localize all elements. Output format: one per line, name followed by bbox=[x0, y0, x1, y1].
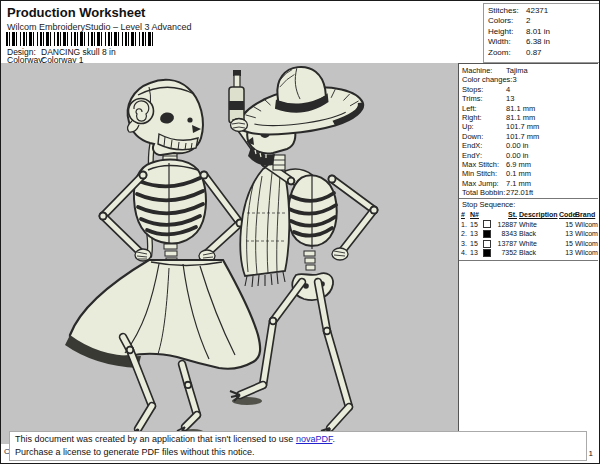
novapdf-link[interactable]: novaPDF bbox=[296, 434, 333, 444]
notice-text-before: This document was created by an applicat… bbox=[15, 434, 296, 444]
colors-value: 2 bbox=[526, 16, 530, 26]
cell-n: 13 bbox=[470, 248, 483, 258]
min-stitch-value: 0.1 mm bbox=[506, 169, 531, 178]
cell-description: Black bbox=[519, 248, 559, 258]
cell-brand: Wilcom bbox=[575, 239, 597, 249]
max-stitch-value: 6.9 mm bbox=[506, 160, 531, 169]
cell-st: 13787 bbox=[493, 239, 519, 249]
cell-num: 2. bbox=[461, 229, 470, 239]
width-value: 6.38 in bbox=[526, 37, 550, 47]
col-n: N# bbox=[470, 210, 483, 220]
design-preview-area bbox=[1, 63, 458, 444]
male-skeleton bbox=[229, 63, 379, 437]
divider-line bbox=[459, 198, 598, 199]
cell-brand: Wilcom bbox=[575, 229, 597, 239]
cell-num: 1. bbox=[461, 220, 470, 230]
cell-st: 7352 bbox=[493, 248, 519, 258]
height-value: 8.01 in bbox=[526, 27, 550, 37]
production-worksheet-page: Production Worksheet Wilcom EmbroiderySt… bbox=[0, 0, 600, 464]
cell-code: 15 bbox=[559, 220, 575, 230]
sombrero bbox=[233, 63, 366, 139]
right-value: 81.1 mm bbox=[506, 113, 535, 122]
license-notice-line1: This document was created by an applicat… bbox=[15, 433, 581, 446]
max-jump-value: 7.1 mm bbox=[506, 179, 531, 188]
cell-num: 3. bbox=[461, 239, 470, 249]
notice-text-after: . bbox=[332, 434, 335, 444]
col-code: Code bbox=[559, 210, 575, 220]
colors-label: Colors: bbox=[488, 16, 526, 26]
cell-st: 12887 bbox=[493, 220, 519, 230]
min-stitch-label: Min Stitch: bbox=[462, 169, 506, 178]
license-notice-line2: Purchase a license to generate PDF files… bbox=[15, 446, 581, 459]
cell-st: 8343 bbox=[493, 229, 519, 239]
left-label: Left: bbox=[462, 104, 506, 113]
stitches-value: 42371 bbox=[526, 6, 548, 16]
cell-brand: Wilcom bbox=[575, 220, 597, 230]
cell-n: 15 bbox=[470, 239, 483, 249]
machine-value: Tajima bbox=[506, 66, 528, 75]
col-st: St. bbox=[493, 210, 519, 220]
cell-code: 13 bbox=[559, 248, 575, 258]
female-skeleton bbox=[65, 80, 260, 439]
cell-code: 15 bbox=[559, 239, 575, 249]
thread-color-swatch bbox=[483, 240, 491, 248]
up-label: Up: bbox=[462, 122, 506, 131]
cell-n: 15 bbox=[470, 220, 483, 230]
col-description: Description bbox=[519, 210, 559, 220]
stop-sequence-row: 3. 15 13787 White 15 Wilcom bbox=[461, 239, 597, 249]
page-title: Production Worksheet bbox=[7, 5, 145, 20]
color-changes-value: 3 bbox=[512, 75, 516, 84]
endy-label: EndY: bbox=[462, 151, 506, 160]
width-label: Width: bbox=[488, 37, 526, 47]
design-stats-box: Stitches:42371 Colors:2 Height:8.01 in W… bbox=[483, 3, 600, 63]
machine-info-panel: Machine:Tajima Color changes:3 Stops:4 T… bbox=[458, 63, 598, 444]
thread-color-swatch bbox=[483, 230, 491, 238]
left-value: 81.1 mm bbox=[506, 104, 535, 113]
endy-value: 0.00 in bbox=[506, 151, 529, 160]
zoom-label: Zoom: bbox=[488, 48, 526, 58]
trims-value: 13 bbox=[506, 94, 514, 103]
embroidery-design-illustration bbox=[1, 63, 458, 444]
cell-code: 13 bbox=[559, 229, 575, 239]
right-label: Right: bbox=[462, 113, 506, 122]
endx-value: 0.00 in bbox=[506, 141, 529, 150]
cell-description: White bbox=[519, 239, 559, 249]
stop-sequence-row: 1. 15 12887 White 15 Wilcom bbox=[461, 220, 597, 230]
cell-n: 13 bbox=[470, 229, 483, 239]
stop-sequence-title: Stop Sequence: bbox=[462, 200, 515, 209]
bottle bbox=[229, 70, 244, 123]
thread-color-swatch bbox=[483, 249, 491, 257]
license-notice: This document was created by an applicat… bbox=[9, 431, 587, 461]
down-label: Down: bbox=[462, 132, 506, 141]
down-value: 101.7 mm bbox=[506, 132, 539, 141]
trims-label: Trims: bbox=[462, 94, 506, 103]
height-label: Height: bbox=[488, 27, 526, 37]
total-bobbin-value: 272.01ft bbox=[506, 188, 533, 197]
divider-line bbox=[459, 260, 598, 261]
stop-sequence-row: 2. 13 8343 Black 13 Wilcom bbox=[461, 229, 597, 239]
stitches-label: Stitches: bbox=[488, 6, 526, 16]
zoom-value: 0.87 bbox=[526, 48, 542, 58]
col-brand: Brand bbox=[575, 210, 597, 220]
col-num: # bbox=[461, 210, 470, 220]
machine-info-list: Machine:Tajima Color changes:3 Stops:4 T… bbox=[459, 64, 598, 198]
stop-sequence-row: 4. 13 7352 Black 13 Wilcom bbox=[461, 248, 597, 258]
stops-value: 4 bbox=[506, 85, 510, 94]
stop-sequence-table: # N# St. Description Code Brand 1. 15 12… bbox=[461, 210, 597, 258]
total-bobbin-label: Total Bobbin: bbox=[462, 188, 506, 197]
up-value: 101.7 mm bbox=[506, 122, 539, 131]
barcode-image bbox=[6, 32, 154, 46]
max-jump-label: Max Jump: bbox=[462, 179, 506, 188]
cell-description: White bbox=[519, 220, 559, 230]
color-changes-label: Color changes: bbox=[462, 75, 512, 84]
stops-label: Stops: bbox=[462, 85, 506, 94]
app-subtitle: Wilcom EmbroideryStudio – Level 3 Advanc… bbox=[7, 22, 192, 32]
cell-brand: Wilcom bbox=[575, 248, 597, 258]
serape bbox=[240, 166, 289, 287]
max-stitch-label: Max Stitch: bbox=[462, 160, 506, 169]
cell-num: 4. bbox=[461, 248, 470, 258]
cell-description: Black bbox=[519, 229, 559, 239]
thread-color-swatch bbox=[483, 220, 491, 228]
stop-sequence-header-row: # N# St. Description Code Brand bbox=[461, 210, 597, 220]
machine-label: Machine: bbox=[462, 66, 506, 75]
